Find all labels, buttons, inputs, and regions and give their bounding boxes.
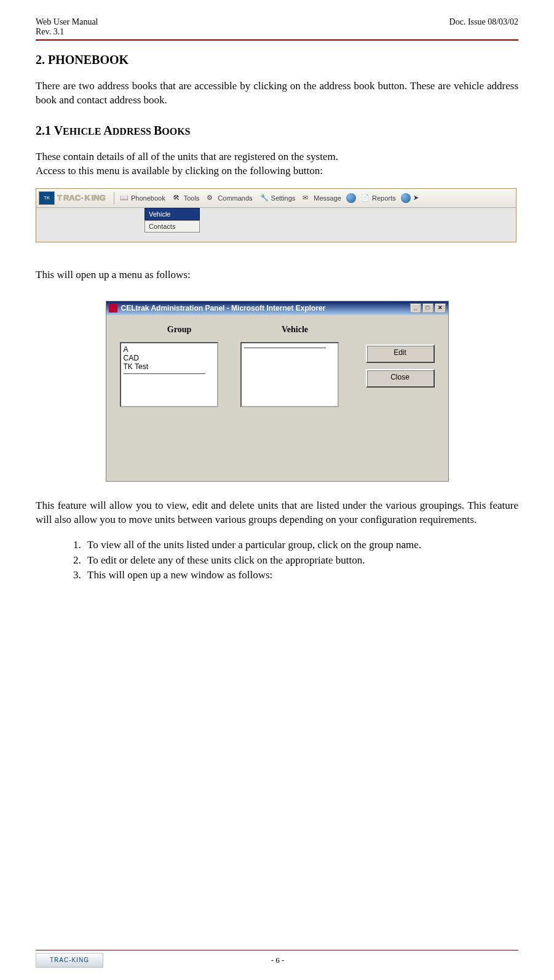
page-header: Web User Manual Doc. Issue 08/03/02 — [36, 17, 518, 27]
header-right-1: Doc. Issue 08/03/02 — [449, 17, 518, 27]
window-title-bar: CELtrak Administration Panel - Microsoft… — [106, 301, 448, 315]
admin-panel-window: CELtrak Administration Panel - Microsoft… — [106, 301, 449, 482]
menu-tools[interactable]: 🛠 Tools — [169, 192, 204, 204]
header-rule — [36, 39, 518, 41]
group-listbox[interactable]: A CAD TK Test — [120, 342, 218, 407]
arrow-icon[interactable]: ➤ — [413, 194, 422, 202]
para-2: Access to this menu is available by clic… — [36, 164, 518, 178]
menu-reports[interactable]: 📄 Reports — [357, 192, 400, 204]
intro-paragraph: There are two address books that are acc… — [36, 79, 518, 108]
vehicle-listbox[interactable] — [240, 342, 339, 407]
brand-logo-icon: TK — [39, 191, 55, 205]
para-3: This will open up a menu as follows: — [36, 268, 518, 282]
menu-commands[interactable]: ⚙ Commands — [203, 192, 256, 204]
menu-message[interactable]: ✉ Message — [299, 192, 345, 204]
page-header-2: Rev. 3.1 — [36, 27, 518, 37]
edit-button[interactable]: Edit — [366, 345, 435, 363]
footer-rule — [36, 950, 518, 950]
step-3: This will open up a new window as follow… — [84, 568, 518, 583]
close-window-button[interactable]: ✕ — [435, 303, 446, 313]
step-2: To edit or delete any of these units cli… — [84, 554, 518, 568]
globe-icon[interactable] — [346, 193, 356, 203]
step-1: To view all of the units listed under a … — [84, 538, 518, 552]
vehicle-column-header: Vehicle — [235, 325, 355, 335]
menu-settings[interactable]: 🔧 Settings — [256, 192, 299, 204]
heading-2-1: 2.1 VEHICLE ADDRESS BOOKS — [36, 124, 518, 138]
list-item[interactable]: A — [124, 345, 215, 354]
page-footer: TRAC-KING - 6 - — [36, 950, 518, 968]
window-app-icon — [109, 304, 117, 313]
commands-icon: ⚙ — [207, 194, 215, 202]
header-left-2: Rev. 3.1 — [36, 27, 64, 37]
settings-icon: 🔧 — [260, 194, 269, 202]
dropdown-contacts[interactable]: Contacts — [144, 220, 200, 233]
close-button[interactable]: Close — [366, 369, 435, 388]
dropdown-vehicle[interactable]: Vehicle — [144, 208, 200, 220]
toolbar-screenshot: TK TRAC-KING 📖 Phonebook 🛠 Tools ⚙ Comma… — [36, 188, 516, 242]
heading-2-phonebook: 2. PHONEBOOK — [36, 53, 518, 67]
reports-icon: 📄 — [361, 194, 370, 202]
page-number: - 6 - — [103, 955, 452, 965]
globe-icon-2[interactable] — [401, 193, 411, 203]
group-column-header: Group — [120, 325, 239, 335]
numbered-steps: To view all of the units listed under a … — [36, 538, 518, 583]
para-4: This feature will allow you to view, edi… — [36, 499, 518, 527]
message-icon: ✉ — [303, 194, 311, 202]
phonebook-icon: 📖 — [120, 194, 129, 202]
maximize-button[interactable]: □ — [422, 303, 433, 313]
list-item[interactable]: TK Test — [124, 362, 215, 371]
brand-text: TRAC-KING — [57, 193, 106, 202]
footer-logo: TRAC-KING — [36, 953, 103, 968]
para-1: These contain details of all of the unit… — [36, 150, 518, 164]
tools-icon: 🛠 — [173, 194, 181, 202]
minimize-button[interactable]: _ — [410, 303, 421, 313]
header-left-1: Web User Manual — [36, 17, 98, 27]
list-item[interactable]: CAD — [124, 354, 215, 362]
menu-phonebook[interactable]: 📖 Phonebook — [116, 192, 169, 204]
window-title: CELtrak Administration Panel - Microsoft… — [121, 304, 326, 313]
